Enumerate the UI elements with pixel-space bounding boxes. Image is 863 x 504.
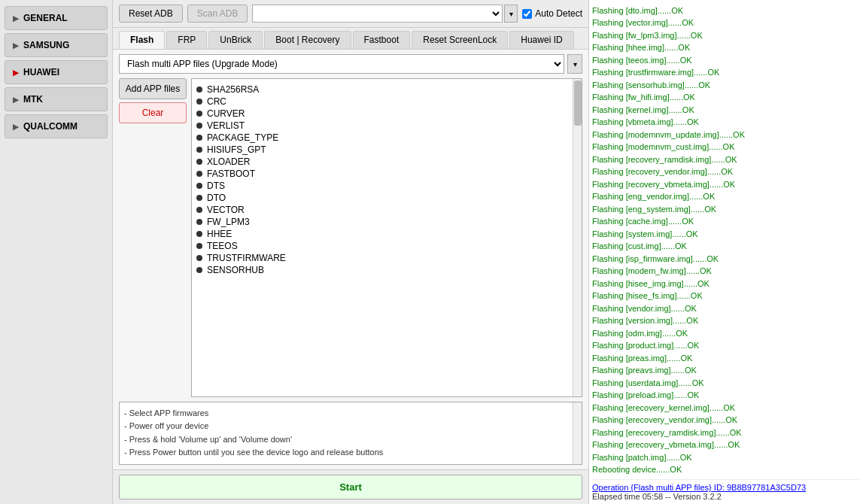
bullet-icon bbox=[196, 123, 202, 129]
topbar: Reset ADB Scan ADB ▾ Auto Detect bbox=[113, 0, 588, 28]
bullet-icon bbox=[196, 267, 202, 273]
arrow-icon: ▶ bbox=[13, 41, 19, 50]
log-line: Flashing [preas.img]......OK bbox=[592, 352, 860, 365]
clear-button[interactable]: Clear bbox=[119, 102, 187, 123]
bullet-icon bbox=[196, 147, 202, 153]
device-select[interactable] bbox=[252, 5, 503, 23]
log-line: Flashing [fw_lpm3.img]......OK bbox=[592, 29, 860, 42]
log-line: Flashing [teeos.img]......OK bbox=[592, 54, 860, 67]
bullet-icon bbox=[196, 159, 202, 165]
content-area: Flash multi APP files (Upgrade Mode) ▾ A… bbox=[113, 50, 588, 469]
panel-row: Add APP files Clear SHA256RSACRCCURVERVE… bbox=[119, 78, 582, 397]
tab-fastboot[interactable]: Fastboot bbox=[353, 31, 411, 49]
sidebar: ▶GENERAL▶SAMSUNG▶HUAWEI▶MTK▶QUALCOMM bbox=[0, 0, 113, 504]
log-line: Flashing [userdata.img]......OK bbox=[592, 377, 860, 390]
device-dropdown-arrow[interactable]: ▾ bbox=[504, 5, 518, 23]
log-line: Flashing [cache.img]......OK bbox=[592, 215, 860, 228]
sidebar-label: QUALCOMM bbox=[23, 121, 77, 132]
reset-adb-button[interactable]: Reset ADB bbox=[119, 5, 183, 23]
log-line: Flashing [sensorhub.img]......OK bbox=[592, 79, 860, 92]
list-item: PACKAGE_TYPE bbox=[196, 132, 577, 144]
device-select-wrap: ▾ bbox=[252, 5, 518, 23]
main-area: Reset ADB Scan ADB ▾ Auto Detect FlashFR… bbox=[113, 0, 588, 504]
log-line: Flashing [dto.img]......OK bbox=[592, 5, 860, 17]
operation-line[interactable]: Operation {Flash multi APP files} ID: 9B… bbox=[592, 483, 860, 492]
arrow-icon: ▶ bbox=[13, 14, 19, 23]
tab-boot_recovery[interactable]: Boot | Recovery bbox=[264, 31, 351, 49]
log-line: Flashing [isp_firmware.img]......OK bbox=[592, 253, 860, 266]
start-button[interactable]: Start bbox=[119, 475, 582, 499]
sidebar-item-qualcomm[interactable]: ▶QUALCOMM bbox=[5, 114, 108, 138]
instructions-scrollbar[interactable] bbox=[573, 402, 582, 464]
log-line: Flashing [erecovery_ramdisk.img]......OK bbox=[592, 427, 860, 439]
list-item: HISIUFS_GPT bbox=[196, 144, 577, 156]
tab-huawei_id[interactable]: Huawei ID bbox=[509, 31, 573, 49]
log-line: Flashing [vendor.img]......OK bbox=[592, 302, 860, 315]
log-line: Flashing [recovery_vendor.img]......OK bbox=[592, 165, 860, 178]
bullet-icon bbox=[196, 231, 202, 237]
log-line: Flashing [hisee_img.img]......OK bbox=[592, 278, 860, 290]
log-line: Flashing [eng_vendor.img]......OK bbox=[592, 190, 860, 203]
log-line: Flashing [version.img]......OK bbox=[592, 314, 860, 327]
sidebar-label: HUAWEI bbox=[23, 67, 59, 77]
log-line: Flashing [erecovery_vbmeta.img]......OK bbox=[592, 439, 860, 451]
instructions-panel: - Select APP firmwares- Power off your d… bbox=[119, 402, 582, 465]
auto-detect-checkbox[interactable] bbox=[522, 9, 532, 19]
file-list-scrollbar-thumb[interactable] bbox=[574, 80, 582, 126]
log-line: Flashing [preavs.img]......OK bbox=[592, 364, 860, 377]
bullet-icon bbox=[196, 207, 202, 213]
mode-dropdown-arrow[interactable]: ▾ bbox=[567, 54, 582, 74]
sidebar-item-huawei[interactable]: ▶HUAWEI bbox=[5, 60, 108, 84]
list-item: DTS bbox=[196, 180, 577, 192]
elapsed-line: Elapsed time 05:58 -- Version 3.2.2 bbox=[592, 492, 860, 501]
log-line: Flashing [vbmeta.img]......OK bbox=[592, 116, 860, 129]
file-list-scrollbar[interactable] bbox=[573, 79, 582, 396]
scan-adb-button[interactable]: Scan ADB bbox=[187, 5, 248, 23]
log-line: Flashing [eng_system.img]......OK bbox=[592, 203, 860, 216]
log-line: Flashing [modem_fw.img]......OK bbox=[592, 265, 860, 278]
file-list: SHA256RSACRCCURVERVERLISTPACKAGE_TYPEHIS… bbox=[191, 78, 582, 397]
log-line: Rebooting device......OK bbox=[592, 463, 860, 476]
log-line: Flashing [cust.img]......OK bbox=[592, 240, 860, 253]
log-line: Flashing [preload.img]......OK bbox=[592, 389, 860, 402]
auto-detect-label: Auto Detect bbox=[535, 8, 582, 19]
list-item: DTO bbox=[196, 192, 577, 204]
tab-frp[interactable]: FRP bbox=[166, 31, 207, 49]
log-bottom: Operation {Flash multi APP files} ID: 9B… bbox=[592, 479, 860, 501]
bullet-icon bbox=[196, 255, 202, 261]
list-item: CRC bbox=[196, 96, 577, 108]
log-line: Flashing [patch.img]......OK bbox=[592, 451, 860, 464]
instruction-line: - Select APP firmwares bbox=[124, 407, 577, 421]
tab-reset_screenlock[interactable]: Reset ScreenLock bbox=[412, 31, 508, 49]
auto-detect-wrap: Auto Detect bbox=[522, 8, 582, 19]
log-line: Flashing [system.img]......OK bbox=[592, 228, 860, 241]
tab-flash[interactable]: Flash bbox=[119, 31, 165, 49]
list-item: VECTOR bbox=[196, 204, 577, 216]
arrow-icon: ▶ bbox=[13, 68, 19, 77]
log-line: Flashing [modemnvm_update.img]......OK bbox=[592, 129, 860, 141]
log-panel: Flashing [xloader.img]......OKFlashing [… bbox=[588, 0, 863, 504]
arrow-icon: ▶ bbox=[13, 96, 19, 104]
mode-dropdown-row: Flash multi APP files (Upgrade Mode) ▾ bbox=[119, 54, 582, 74]
log-line: Flashing [kernel.img]......OK bbox=[592, 104, 860, 117]
bullet-icon bbox=[196, 183, 202, 189]
log-line: Flashing [modemnvm_cust.img]......OK bbox=[592, 141, 860, 153]
log-line: Flashing [erecovery_vendor.img]......OK bbox=[592, 414, 860, 427]
sidebar-label: GENERAL bbox=[23, 13, 68, 23]
mode-select[interactable]: Flash multi APP files (Upgrade Mode) bbox=[119, 54, 564, 74]
bullet-icon bbox=[196, 135, 202, 141]
bullet-icon bbox=[196, 243, 202, 249]
sidebar-item-samsung[interactable]: ▶SAMSUNG bbox=[5, 33, 108, 57]
log-content: Flashing [xloader.img]......OKFlashing [… bbox=[592, 3, 860, 476]
sidebar-label: SAMSUNG bbox=[23, 40, 69, 50]
sidebar-item-mtk[interactable]: ▶MTK bbox=[5, 87, 108, 111]
list-item: VERLIST bbox=[196, 120, 577, 132]
bullet-icon bbox=[196, 87, 202, 93]
sidebar-item-general[interactable]: ▶GENERAL bbox=[5, 6, 108, 30]
add-app-button[interactable]: Add APP files bbox=[119, 78, 187, 99]
list-item: FW_LPM3 bbox=[196, 216, 577, 228]
log-line: Flashing [erecovery_kernel.img]......OK bbox=[592, 402, 860, 414]
tab-unbrick[interactable]: UnBrick bbox=[208, 31, 263, 49]
list-item: CURVER bbox=[196, 108, 577, 120]
bullet-icon bbox=[196, 111, 202, 117]
